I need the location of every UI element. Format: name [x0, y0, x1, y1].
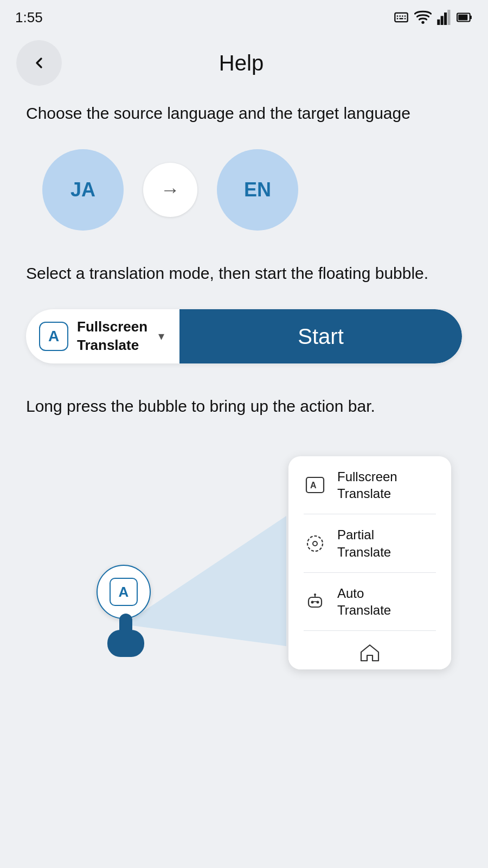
svg-rect-15 [458, 15, 467, 21]
source-language-circle[interactable]: JA [42, 149, 124, 231]
svg-rect-14 [470, 16, 472, 19]
status-time: 1:55 [15, 9, 43, 26]
svg-rect-9 [437, 20, 440, 25]
language-arrow: → [143, 163, 197, 217]
partial-translate-icon [304, 532, 326, 555]
svg-rect-6 [400, 18, 403, 19]
language-selector-row: JA → EN [26, 149, 462, 231]
action-label-fullscreen-1: Fullscreen [337, 468, 397, 485]
action-label-partial-2: Translate [337, 544, 391, 560]
svg-rect-12 [447, 10, 450, 25]
instruction-1: Choose the source language and the targe… [26, 101, 462, 125]
home-icon [359, 643, 380, 662]
svg-point-21 [307, 536, 323, 551]
bubble-a-icon: A [110, 578, 138, 606]
status-bar: 1:55 [0, 0, 488, 30]
signal-icon [437, 10, 451, 25]
auto-translate-icon [304, 590, 326, 613]
svg-rect-2 [400, 16, 401, 17]
touch-icon [106, 614, 145, 671]
action-label-partial-1: Partial [337, 526, 391, 543]
svg-text:A: A [310, 481, 317, 490]
mode-selector[interactable]: A Fullscreen Translate ▾ [26, 318, 179, 355]
mode-icon: A [39, 322, 68, 351]
instruction-3: Long press the bubble to bring up the ac… [26, 394, 462, 418]
svg-rect-10 [441, 16, 444, 25]
fullscreen-translate-icon: A [304, 474, 326, 496]
header: Help [0, 30, 488, 95]
action-item-fullscreen[interactable]: A Fullscreen Translate [288, 456, 451, 514]
battery-icon [457, 10, 473, 25]
partial-translate-label: Partial Translate [337, 526, 391, 560]
action-menu-card: A Fullscreen Translate Part [288, 456, 451, 669]
svg-rect-18 [107, 630, 144, 657]
svg-rect-4 [404, 16, 406, 17]
action-item-auto[interactable]: Auto Translate [288, 573, 451, 630]
svg-rect-1 [397, 16, 398, 17]
mode-label-1: Fullscreen [77, 318, 147, 336]
action-label-fullscreen-2: Translate [337, 485, 397, 502]
back-button[interactable] [16, 40, 62, 86]
svg-rect-7 [404, 18, 406, 19]
svg-rect-23 [309, 597, 322, 607]
svg-rect-5 [397, 18, 398, 19]
mode-start-row: A Fullscreen Translate ▾ Start [26, 309, 462, 363]
fullscreen-translate-label: Fullscreen Translate [337, 468, 397, 502]
svg-rect-3 [402, 16, 403, 17]
svg-rect-11 [444, 12, 447, 25]
svg-rect-0 [395, 13, 407, 22]
svg-point-8 [421, 21, 424, 24]
instruction-2: Select a translation mode, then start th… [26, 261, 462, 285]
bubble-button[interactable]: A [97, 565, 151, 619]
action-label-auto-1: Auto [337, 585, 391, 602]
home-icon-wrap [359, 643, 380, 662]
mode-label-group: Fullscreen Translate [77, 318, 147, 355]
svg-point-22 [313, 541, 317, 546]
dropdown-arrow: ▾ [158, 329, 164, 343]
target-language-circle[interactable]: EN [217, 149, 298, 231]
wifi-icon [414, 10, 432, 25]
auto-translate-label: Auto Translate [337, 585, 391, 618]
action-label-auto-2: Translate [337, 602, 391, 618]
keyboard-icon [394, 10, 409, 25]
start-button[interactable]: Start [179, 309, 462, 363]
status-icons [394, 10, 473, 25]
page-title: Help [62, 51, 421, 75]
action-item-partial[interactable]: Partial Translate [288, 514, 451, 572]
home-indicator [288, 639, 451, 669]
svg-point-28 [314, 593, 316, 596]
mode-label-2: Translate [77, 336, 147, 355]
main-content: Choose the source language and the targe… [0, 95, 488, 722]
illustration-area: A A Fullscreen Tra [26, 440, 462, 700]
